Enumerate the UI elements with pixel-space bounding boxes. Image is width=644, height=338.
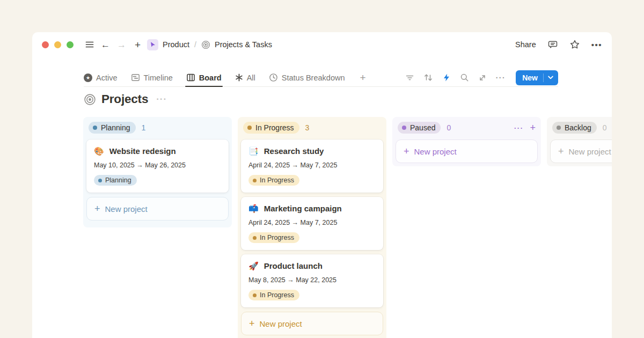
card-title: Marketing campaign xyxy=(264,204,342,213)
tab-all[interactable]: All xyxy=(235,69,255,86)
card-status-badge: In Progress xyxy=(248,232,299,243)
card-title: Product launch xyxy=(264,261,323,270)
column-count: 0 xyxy=(603,123,607,132)
card-status-badge: In Progress xyxy=(248,175,299,186)
card-date-range: April 24, 2025 → May 7, 2025 xyxy=(248,219,376,226)
project-card[interactable]: 📑 Research study April 24, 2025 → May 7,… xyxy=(241,139,383,193)
sidebar-toggle-icon[interactable] xyxy=(84,40,94,50)
status-dot xyxy=(98,179,102,182)
search-icon[interactable] xyxy=(460,73,469,82)
group-status-pill[interactable]: In Progress xyxy=(243,122,299,134)
expand-icon[interactable] xyxy=(478,74,487,82)
timeline-icon xyxy=(131,73,140,82)
plus-icon: + xyxy=(558,146,564,157)
card-date-range: May 8, 2025 → May 22, 2025 xyxy=(248,276,376,284)
new-project-button[interactable]: + New project xyxy=(550,139,612,163)
column-count: 1 xyxy=(142,123,146,132)
plus-icon: + xyxy=(249,318,255,329)
tab-status-breakdown[interactable]: Status Breakdown xyxy=(269,69,345,86)
target-icon xyxy=(201,40,210,49)
column-add-icon[interactable]: + xyxy=(530,122,536,134)
traffic-lights xyxy=(42,41,74,48)
share-button[interactable]: Share xyxy=(515,40,536,49)
asterisk-icon xyxy=(235,74,243,82)
column-count: 0 xyxy=(447,123,451,132)
clock-icon xyxy=(269,73,278,82)
close-window-button[interactable] xyxy=(42,41,49,48)
breadcrumb-page[interactable]: Projects & Tasks xyxy=(215,40,272,49)
page-title: Projects xyxy=(101,92,148,106)
favorite-star-icon[interactable] xyxy=(569,39,580,50)
top-bar: ← → + Product / Projects & Tasks Share •… xyxy=(32,32,612,57)
status-dot xyxy=(402,126,406,130)
minimize-window-button[interactable] xyxy=(54,41,61,48)
new-button[interactable]: New xyxy=(516,70,558,85)
group-status-pill[interactable]: Planning xyxy=(89,122,136,134)
tab-board[interactable]: Board xyxy=(186,69,222,86)
card-date-range: May 10, 2025 → May 26, 2025 xyxy=(94,161,221,169)
new-project-button[interactable]: + New project xyxy=(241,312,383,335)
board-column-backlog: Backlog 0 + New project xyxy=(547,117,612,166)
more-options-icon[interactable]: ••• xyxy=(591,40,602,49)
card-title: Website redesign xyxy=(109,146,176,156)
add-view-icon[interactable]: + xyxy=(360,72,365,84)
card-status-badge: In Progress xyxy=(248,290,299,300)
column-options-icon[interactable]: ··· xyxy=(514,124,524,132)
new-page-icon[interactable]: + xyxy=(133,40,143,50)
page-header: Projects ··· xyxy=(84,92,167,106)
column-header: Planning 1 xyxy=(86,120,229,135)
status-dot xyxy=(253,293,257,297)
project-card[interactable]: 📫 Marketing campaign April 24, 2025 → Ma… xyxy=(241,197,383,250)
tab-active[interactable]: ★ Active xyxy=(84,69,118,86)
view-tabs-bar: ★ Active Timeline Board All xyxy=(84,69,558,87)
column-header: Paused 0 ··· + xyxy=(396,120,538,135)
card-date-range: April 24, 2025 → May 7, 2025 xyxy=(248,161,376,169)
comments-icon[interactable] xyxy=(547,39,558,50)
breadcrumb-separator: / xyxy=(194,40,196,49)
app-window: ← → + Product / Projects & Tasks Share •… xyxy=(32,32,612,338)
group-status-pill[interactable]: Backlog xyxy=(552,122,597,134)
column-count: 3 xyxy=(305,123,310,132)
star-circle-icon: ★ xyxy=(84,74,92,82)
chevron-down-icon[interactable] xyxy=(543,74,558,82)
zoom-window-button[interactable] xyxy=(67,41,74,48)
view-options-icon[interactable]: ··· xyxy=(496,74,506,82)
status-dot xyxy=(253,236,257,240)
board-column-in-progress: In Progress 3 📑 Research study April 24,… xyxy=(238,117,386,338)
group-status-pill[interactable]: Paused xyxy=(398,122,441,134)
card-emoji-icon: 🎨 xyxy=(94,147,104,155)
sort-icon[interactable] xyxy=(423,73,433,82)
new-project-button[interactable]: + New project xyxy=(86,197,229,221)
card-emoji-icon: 📑 xyxy=(248,147,259,155)
page-title-menu-icon[interactable]: ··· xyxy=(156,94,167,105)
status-dot xyxy=(557,126,561,130)
workspace-icon[interactable] xyxy=(147,39,158,50)
board-icon xyxy=(186,73,195,82)
column-header: In Progress 3 xyxy=(241,120,383,135)
status-dot xyxy=(93,126,97,130)
forward-icon[interactable]: → xyxy=(116,40,127,50)
board-column-paused: Paused 0 ··· + + New project xyxy=(392,117,541,166)
status-dot xyxy=(247,126,252,130)
status-dot xyxy=(253,179,257,182)
project-card[interactable]: 🚀 Product launch May 8, 2025 → May 22, 2… xyxy=(241,254,383,307)
board-column-planning: Planning 1 🎨 Website redesign May 10, 20… xyxy=(83,117,232,227)
target-icon xyxy=(84,93,96,106)
new-project-button[interactable]: + New project xyxy=(396,139,538,163)
breadcrumb: Product / Projects & Tasks xyxy=(147,39,272,50)
column-header: Backlog 0 xyxy=(550,120,612,135)
plus-icon: + xyxy=(94,203,100,215)
back-icon[interactable]: ← xyxy=(100,40,111,50)
card-emoji-icon: 🚀 xyxy=(248,262,259,270)
card-emoji-icon: 📫 xyxy=(248,204,259,212)
plus-icon: + xyxy=(404,146,409,157)
project-card[interactable]: 🎨 Website redesign May 10, 2025 → May 26… xyxy=(86,139,229,193)
card-status-badge: Planning xyxy=(94,175,137,186)
tab-timeline[interactable]: Timeline xyxy=(131,69,173,86)
filter-icon[interactable] xyxy=(405,73,414,82)
breadcrumb-workspace[interactable]: Product xyxy=(163,40,189,49)
automation-lightning-icon[interactable] xyxy=(442,73,451,82)
card-title: Research study xyxy=(264,146,324,156)
